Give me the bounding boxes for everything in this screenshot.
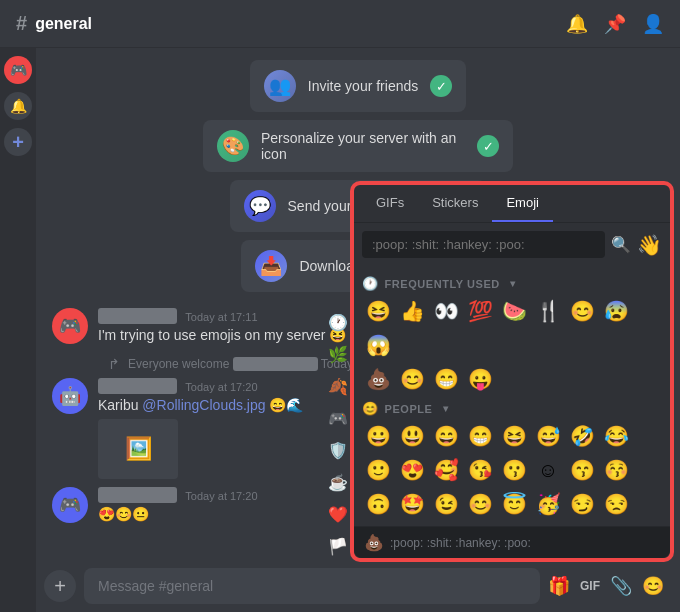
section-label: FREQUENTLY USED: [385, 278, 500, 290]
chevron-down-icon: ▾: [443, 403, 449, 414]
emoji-cell[interactable]: 🥳: [532, 488, 564, 520]
emoji-cell[interactable]: 😰: [600, 295, 632, 327]
emoji-cell[interactable]: 😛: [464, 363, 496, 395]
emoji-cell[interactable]: 😀: [464, 522, 496, 526]
emoji-cell[interactable]: 🥸: [498, 522, 530, 526]
message-timestamp: Today at 17:20: [185, 490, 257, 502]
emoji-cell[interactable]: 😄: [430, 420, 462, 452]
emoji-cell[interactable]: 🧐: [600, 522, 632, 526]
emoji-cell[interactable]: 😏: [566, 488, 598, 520]
message-input[interactable]: Message #general: [84, 568, 540, 604]
emoji-cell[interactable]: 😊: [396, 363, 428, 395]
nature-emojis-icon[interactable]: 🌿: [324, 340, 352, 368]
emoji-cell[interactable]: 😙: [566, 454, 598, 486]
emoji-cell[interactable]: 🙂: [362, 454, 394, 486]
tab-emoji[interactable]: Emoji: [492, 185, 553, 222]
main-layout: 🎮 🔔 + 👥 Invite your friends ✓ 🎨 Personal…: [0, 48, 680, 612]
search-icon: 🔍: [611, 235, 631, 254]
food-emojis-icon[interactable]: 🍂: [324, 372, 352, 400]
emoji-cell[interactable]: 🤩: [396, 488, 428, 520]
emoji-cell[interactable]: 🤣: [566, 420, 598, 452]
emoji-button[interactable]: 😊: [642, 575, 664, 597]
emoji-cell[interactable]: 🤓: [566, 522, 598, 526]
sticker-icon[interactable]: 📎: [610, 575, 632, 597]
section-header-frequently-used: 🕐 FREQUENTLY USED ▾: [362, 270, 662, 295]
add-server-button[interactable]: +: [4, 128, 32, 156]
emoji-cell[interactable]: 😚: [600, 454, 632, 486]
chat-area: 👥 Invite your friends ✓ 🎨 Personalize yo…: [36, 48, 680, 612]
emoji-picker[interactable]: GIFs Stickers Emoji 🔍 👋 🕐 FREQUENTLY USE…: [352, 183, 672, 560]
emoji-cell[interactable]: ☺️: [532, 454, 564, 486]
reply-arrow-icon: ↱: [108, 356, 120, 372]
emoji-cell[interactable]: 😅: [532, 420, 564, 452]
emoji-cell[interactable]: 😉: [430, 488, 462, 520]
emoji-cell[interactable]: 👀: [430, 295, 462, 327]
emoji-cell[interactable]: 😆: [498, 420, 530, 452]
emoji-cell[interactable]: 🥰: [430, 454, 462, 486]
emoji-category-sidebar: 🕐 🌿 🍂 🎮 🛡️ ☕ ❤️ 🏳️: [324, 308, 352, 560]
flags-emojis-icon[interactable]: 🏳️: [324, 532, 352, 560]
pin-icon[interactable]: 📌: [604, 13, 626, 35]
frequently-used-grid-2: 💩 😊 😁 😛: [362, 363, 662, 395]
emoji-cell[interactable]: 😎: [532, 522, 564, 526]
travel-emojis-icon[interactable]: 🛡️: [324, 436, 352, 464]
people-emoji-grid: 😀 😃 😄 😁 😆 😅 🤣 😂 🙂 😍 🥰 😘 😗 ☺️ 😙 😚: [362, 420, 662, 526]
emoji-cell[interactable]: 😀: [362, 420, 394, 452]
emoji-cell[interactable]: 😟: [430, 522, 462, 526]
emoji-cell[interactable]: 🍴: [532, 295, 564, 327]
emoji-cell[interactable]: 😱: [362, 329, 394, 361]
section-label: PEOPLE: [385, 403, 433, 415]
emoji-cell[interactable]: 😂: [600, 420, 632, 452]
emoji-cell[interactable]: 👍: [396, 295, 428, 327]
emoji-cell[interactable]: 😍: [396, 454, 428, 486]
emoji-cell[interactable]: 🙃: [362, 488, 394, 520]
emoji-cell[interactable]: 😔: [396, 522, 428, 526]
add-attachment-button[interactable]: +: [44, 570, 76, 602]
message-timestamp: Today at 17:11: [185, 311, 257, 323]
emoji-cell[interactable]: 💯: [464, 295, 496, 327]
emoji-cell[interactable]: 😘: [464, 454, 496, 486]
emoji-cell[interactable]: 😗: [498, 454, 530, 486]
emoji-cell[interactable]: 😁: [464, 420, 496, 452]
discord-icon[interactable]: 🎮: [4, 56, 32, 84]
section-icon: 🕐: [362, 276, 379, 291]
sidebar-icon-1[interactable]: 🔔: [4, 92, 32, 120]
gift-icon[interactable]: 🎁: [548, 575, 570, 597]
hash-symbol: #: [16, 12, 27, 35]
emoji-cell[interactable]: 😊: [566, 295, 598, 327]
members-icon[interactable]: 👤: [642, 13, 664, 35]
emoji-cell[interactable]: 😃: [396, 420, 428, 452]
picker-footer: 💩 :poop: :shit: :hankey: :poo:: [354, 526, 670, 558]
download-icon: 📥: [255, 250, 287, 282]
activity-emojis-icon[interactable]: 🎮: [324, 404, 352, 432]
footer-emoji: 💩: [364, 533, 384, 552]
image-thumbnail: 🖼️: [98, 419, 178, 479]
gif-button[interactable]: GIF: [580, 579, 600, 593]
objects-emojis-icon[interactable]: ☕: [324, 468, 352, 496]
emoji-cell[interactable]: 😊: [464, 488, 496, 520]
message-icon: 💬: [244, 190, 276, 222]
picker-body: 🕐 FREQUENTLY USED ▾ 😆 👍 👀 💯 🍉 🍴 😊 😰 😱: [354, 266, 670, 526]
emoji-cell[interactable]: 😆: [362, 295, 394, 327]
message-username: ████████: [98, 487, 177, 503]
recent-emojis-icon[interactable]: 🕐: [324, 308, 352, 336]
emoji-cell[interactable]: 😞: [362, 522, 394, 526]
checklist-invite-check: ✓: [430, 75, 452, 97]
message-username: ████████: [98, 308, 177, 324]
avatar: 🤖: [52, 378, 88, 414]
symbols-emojis-icon[interactable]: ❤️: [324, 500, 352, 528]
checklist-personalize: 🎨 Personalize your server with an icon ✓: [203, 120, 513, 172]
message-username: ████████: [98, 378, 177, 394]
emoji-cell[interactable]: 😒: [600, 488, 632, 520]
emoji-cell[interactable]: 🍉: [498, 295, 530, 327]
avatar: 🎮: [52, 308, 88, 344]
emoji-search-input[interactable]: [362, 231, 605, 258]
tab-stickers[interactable]: Stickers: [418, 185, 492, 222]
emoji-cell[interactable]: 😁: [430, 363, 462, 395]
chevron-down-icon: ▾: [510, 278, 516, 289]
notifications-icon[interactable]: 🔔: [566, 13, 588, 35]
tab-gifs[interactable]: GIFs: [362, 185, 418, 222]
emoji-cell[interactable]: 😇: [498, 488, 530, 520]
emoji-cell[interactable]: 💩: [362, 363, 394, 395]
mention: @RollingClouds.jpg: [142, 397, 265, 413]
